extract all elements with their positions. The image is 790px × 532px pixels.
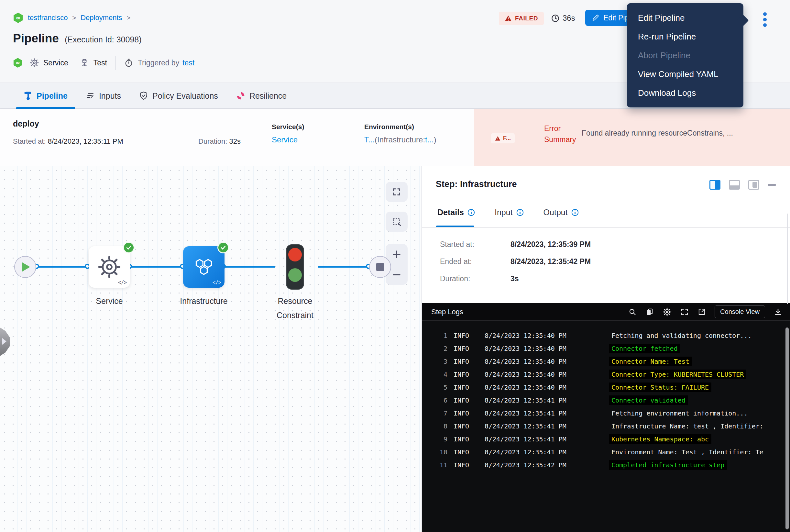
kebab-menu-button[interactable] [759, 11, 771, 28]
node-label-infrastructure: Infrastructure [171, 294, 236, 308]
console-view-button[interactable]: Console View [715, 305, 765, 318]
pipeline-end-node[interactable] [369, 256, 391, 278]
play-icon [22, 263, 30, 271]
tab-label: Inputs [99, 91, 121, 101]
service-link[interactable]: Service [272, 135, 297, 144]
tab-inputs[interactable]: Inputs [86, 91, 121, 101]
log-line: 6INFO8/24/2023 12:35:41 PMConnector vali… [422, 394, 790, 407]
meta-divider [115, 56, 116, 70]
log-output[interactable]: 1INFO8/24/2023 12:35:40 PMFetching and v… [422, 321, 790, 532]
open-in-new-icon[interactable] [697, 308, 706, 316]
environment-link[interactable]: T... [364, 135, 374, 144]
layout-floating-icon[interactable] [748, 180, 759, 190]
stage-divider [261, 118, 261, 157]
node-infrastructure[interactable]: </> [183, 246, 225, 288]
pipeline-start-node[interactable] [14, 256, 36, 278]
stop-icon [376, 263, 384, 271]
minimize-panel-icon[interactable] [768, 184, 776, 186]
shield-check-icon [139, 91, 148, 101]
node-service[interactable]: </> [89, 246, 130, 288]
title-row: Pipeline (Execution Id: 30098) [13, 32, 142, 45]
stage-failed-label: F... [503, 135, 511, 142]
tab-input[interactable]: Input [495, 208, 524, 217]
page-title: Pipeline [13, 32, 59, 45]
info-icon[interactable] [467, 208, 475, 216]
success-check-badge [123, 242, 135, 253]
pipeline-icon [24, 91, 32, 101]
service-name-label: Service [43, 59, 68, 67]
elapsed-value: 36s [563, 14, 575, 23]
node-label-resource-constraint: Resource Constraint [272, 294, 318, 322]
tab-resilience[interactable]: Resilience [236, 91, 287, 101]
stage-error-section [474, 109, 790, 166]
infrastructure-link[interactable]: t... [425, 135, 434, 144]
canvas-fullscreen-button[interactable] [386, 182, 408, 202]
pipeline-execution-screen: ∞ testfrancisco > Deployments > Pipeline… [0, 0, 790, 532]
elapsed-time: 36s [551, 14, 575, 23]
menu-item-view-compiled-yaml[interactable]: View Compiled YAML [627, 65, 744, 83]
tab-label: Policy Evaluations [152, 91, 218, 101]
triggered-by-label: Triggered by [138, 59, 179, 67]
tab-label: Resilience [249, 91, 287, 101]
log-line: 8INFO8/24/2023 12:35:41 PMInfrastructure… [422, 420, 790, 433]
tab-details[interactable]: Details [437, 208, 475, 217]
menu-item-edit-pipeline[interactable]: Edit Pipeline [627, 8, 744, 27]
search-icon[interactable] [628, 308, 637, 316]
log-line: 4INFO8/24/2023 12:35:40 PMConnector Type… [422, 368, 790, 381]
download-icon[interactable] [774, 308, 782, 316]
code-tag-icon: </> [213, 280, 221, 285]
menu-item-rerun-pipeline[interactable]: Re-run Pipeline [627, 27, 744, 46]
target-name-label: Test [94, 59, 107, 67]
traffic-light-green [288, 268, 302, 282]
node-label-service: Service [77, 294, 142, 308]
stopwatch-icon [124, 58, 133, 67]
graph-edge [130, 266, 184, 268]
log-line: 10INFO8/24/2023 12:35:41 PMEnvironment N… [422, 445, 790, 458]
svg-text:∞: ∞ [16, 59, 20, 66]
menu-item-abort-pipeline: Abort Pipeline [627, 46, 744, 65]
log-line: 3INFO8/24/2023 12:35:40 PMConnector Name… [422, 355, 790, 368]
warning-triangle-icon [505, 15, 512, 22]
pipeline-actions-menu: Edit Pipeline Re-run Pipeline Abort Pipe… [627, 3, 744, 108]
stage-failed-badge: F... [491, 133, 515, 144]
gear-icon[interactable] [662, 307, 672, 317]
error-summary-message: Found already running resourceConstrains… [582, 129, 779, 137]
tab-output[interactable]: Output [543, 208, 579, 217]
stage-duration: Duration: 32s [198, 137, 241, 146]
copy-icon[interactable] [646, 308, 654, 316]
harness-cd-icon: ∞ [13, 12, 23, 23]
tab-pipeline[interactable]: Pipeline [24, 91, 68, 101]
layout-split-right-icon[interactable] [710, 180, 720, 190]
log-line: 5INFO8/24/2023 12:35:40 PMConnector Stat… [422, 381, 790, 394]
log-line: 9INFO8/24/2023 12:35:41 PMKubernetes Nam… [422, 433, 790, 445]
field-started-at: Started at:8/24/2023, 12:35:39 PM [440, 240, 591, 249]
layout-bottom-icon[interactable] [729, 180, 740, 190]
step-details-panel: Step: Infrastructure Details Input Out [422, 166, 790, 532]
code-tag-icon: </> [118, 280, 127, 285]
step-panel-title: Step: Infrastructure [436, 179, 517, 189]
breadcrumb: ∞ testfrancisco > Deployments > [13, 12, 130, 23]
triggered-by-user-link[interactable]: test [182, 59, 194, 67]
step-detail-tabs: Details Input Output [437, 208, 579, 217]
breadcrumb-separator: > [127, 14, 131, 22]
fullscreen-icon[interactable] [680, 308, 689, 316]
tab-policy-evaluations[interactable]: Policy Evaluations [139, 91, 218, 101]
graph-edge [37, 266, 89, 268]
panel-scrollbar-track[interactable] [787, 213, 788, 304]
environments-column: Environment(s) T...(Infrastructure:t...) [364, 123, 437, 144]
hexagons-icon [192, 255, 215, 278]
info-icon[interactable] [516, 208, 524, 216]
pipeline-graph-canvas[interactable]: </> </> Service In [0, 166, 422, 532]
field-duration: Duration:3s [440, 274, 591, 283]
step-logs-console: Step Logs [422, 303, 790, 532]
canvas-multiselect-button[interactable] [386, 212, 408, 232]
breadcrumb-deployments-link[interactable]: Deployments [80, 14, 122, 22]
breadcrumb-project-link[interactable]: testfrancisco [28, 14, 68, 22]
pencil-icon [592, 14, 599, 22]
menu-item-download-logs[interactable]: Download Logs [627, 83, 744, 102]
panel-scrollbar-thumb[interactable] [786, 327, 789, 529]
node-resource-constraint[interactable] [286, 244, 304, 290]
info-icon[interactable] [571, 208, 579, 216]
execution-meta-row: ∞ Service [13, 55, 194, 71]
step-detail-fields: Started at:8/24/2023, 12:35:39 PM Ended … [440, 240, 591, 291]
